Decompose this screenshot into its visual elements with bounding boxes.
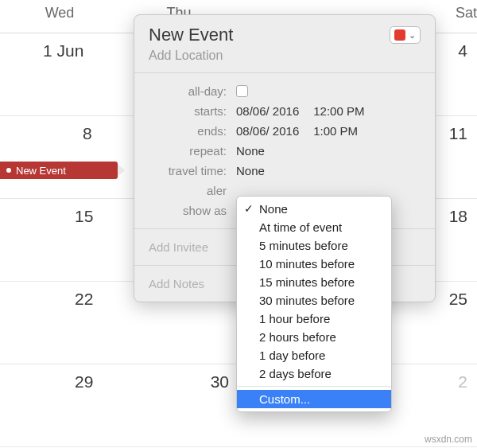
day-cell[interactable]: 29: [0, 364, 119, 447]
ends-time-field[interactable]: 1:00 PM: [313, 124, 358, 138]
allday-checkbox[interactable]: [236, 85, 248, 97]
day-cell[interactable]: 15: [0, 199, 119, 282]
alert-option-1day[interactable]: 1 day before: [237, 346, 391, 364]
alert-option-30min[interactable]: 30 minutes before: [237, 291, 391, 310]
starts-label: starts:: [149, 104, 236, 118]
alert-option-10min[interactable]: 10 minutes before: [237, 255, 391, 273]
alert-option-none[interactable]: None: [237, 200, 391, 218]
calendar-event-chip[interactable]: New Event: [0, 162, 118, 179]
starts-time-field[interactable]: 12:00 PM: [313, 104, 364, 118]
alert-option-15min[interactable]: 15 minutes before: [237, 273, 391, 291]
day-cell[interactable]: 8: [0, 116, 119, 199]
watermark: wsxdn.com: [425, 434, 472, 445]
day-cell[interactable]: 30: [119, 364, 238, 447]
alert-option-2hours[interactable]: 2 hours before: [237, 328, 391, 346]
show-as-label: show as: [149, 204, 236, 217]
day-cell[interactable]: 22: [0, 282, 119, 364]
travel-time-label: travel time:: [149, 164, 236, 177]
day-cell[interactable]: 1 Jun: [0, 33, 119, 116]
starts-date-field[interactable]: 08/06/ 2016: [236, 104, 299, 118]
color-swatch-icon: [394, 29, 405, 41]
alert-label: aler: [149, 184, 236, 197]
alert-option-1hour[interactable]: 1 hour before: [237, 310, 391, 328]
divider: [237, 386, 391, 387]
location-input[interactable]: Add Location: [149, 49, 421, 63]
alert-option-2days[interactable]: 2 days before: [237, 364, 391, 383]
alert-option-5min[interactable]: 5 minutes before: [237, 236, 391, 255]
repeat-select[interactable]: None: [236, 144, 265, 158]
alert-option-time-of-event[interactable]: At time of event: [237, 218, 391, 236]
calendar-color-picker[interactable]: ⌄: [390, 26, 421, 44]
event-chip-label: New Event: [16, 165, 66, 177]
chevron-down-icon: ⌄: [409, 30, 416, 41]
repeat-label: repeat:: [149, 144, 236, 158]
ends-label: ends:: [149, 124, 236, 138]
allday-label: all-day:: [149, 84, 236, 98]
alert-dropdown-menu[interactable]: None At time of event 5 minutes before 1…: [236, 196, 392, 412]
travel-time-select[interactable]: None: [236, 164, 265, 177]
alert-option-custom[interactable]: Custom...: [237, 390, 391, 408]
event-title-input[interactable]: New Event: [149, 25, 233, 45]
day-header-wed: Wed: [0, 0, 119, 33]
ends-date-field[interactable]: 08/06/ 2016: [236, 124, 299, 138]
